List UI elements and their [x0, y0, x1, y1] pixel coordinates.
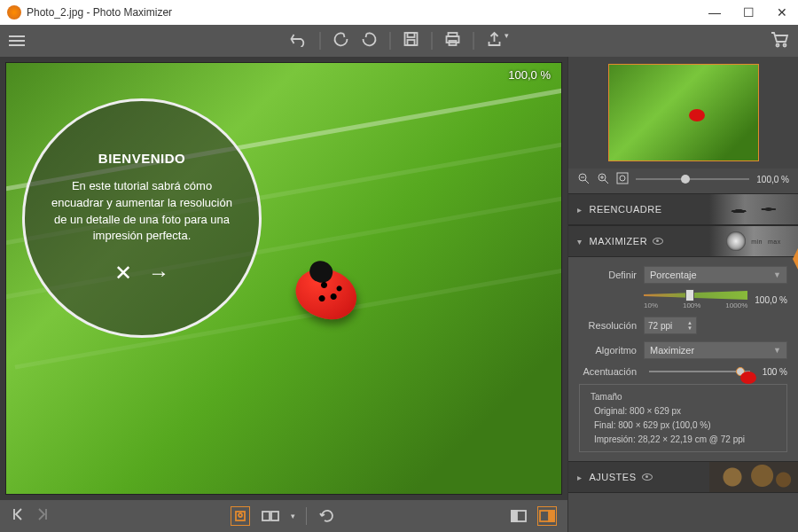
- maximizer-body: Definir Porcentaje ▼ 10% 100% 1000%: [568, 257, 798, 461]
- rotate-icon[interactable]: [317, 506, 337, 526]
- svg-rect-18: [617, 173, 628, 184]
- section-maximizer[interactable]: ▾ MAXIMIZER minmax: [568, 225, 798, 257]
- percent-slider[interactable]: 10% 100% 1000%: [644, 291, 747, 309]
- section-reencuadre[interactable]: ▸ REENCUADRE: [568, 193, 798, 225]
- section-title: MAXIMIZER: [590, 236, 648, 246]
- view-compare-icon[interactable]: [261, 506, 280, 526]
- divider: [306, 507, 307, 525]
- section-thumb: [709, 194, 798, 224]
- algorithm-label: Algoritmo: [579, 345, 637, 356]
- minimize-button[interactable]: —: [706, 5, 724, 20]
- chevron-down-icon: ▾: [577, 237, 583, 246]
- percent-value: 100,0 %: [755, 295, 787, 305]
- zoom-value: 100,0 %: [756, 175, 789, 184]
- svg-rect-11: [271, 512, 278, 520]
- view-dropdown-icon[interactable]: ▾: [291, 512, 295, 520]
- resolution-label: Resolución: [579, 320, 637, 331]
- chevron-down-icon: ▼: [773, 346, 781, 355]
- canvas-area[interactable]: 100,0 % BIENVENIDO En este tutorial sabr…: [5, 62, 562, 495]
- define-dropdown[interactable]: Porcentaje ▼: [644, 266, 787, 284]
- zoom-fit-icon[interactable]: [616, 172, 629, 186]
- toolbar: ▾: [0, 25, 798, 57]
- section-ajustes[interactable]: ▸ AJUSTES: [568, 461, 798, 493]
- side-panel: 100,0 % ▸ REENCUADRE ▾ MAXIMIZER minmax …: [567, 57, 798, 532]
- divider: [473, 32, 474, 50]
- section-title: REENCUADRE: [590, 204, 662, 215]
- share-icon[interactable]: ▾: [487, 31, 509, 51]
- size-final: Final: 800 × 629 px (100,0 %): [594, 420, 779, 430]
- section-thumb: [709, 462, 798, 492]
- svg-point-19: [620, 176, 625, 181]
- tutorial-next-icon[interactable]: →: [148, 261, 169, 286]
- define-label: Definir: [579, 270, 637, 280]
- svg-rect-2: [408, 40, 415, 45]
- undo-step-icon[interactable]: [333, 31, 349, 51]
- tutorial-close-icon[interactable]: ✕: [114, 261, 132, 286]
- divider: [390, 32, 391, 50]
- chevron-right-icon: ▸: [577, 205, 583, 215]
- accent-label: Acentuación: [579, 366, 637, 377]
- divider: [320, 32, 321, 50]
- section-thumb: minmax: [709, 226, 798, 256]
- chevron-right-icon: ▸: [577, 473, 583, 482]
- resolution-spinner[interactable]: 72 ppi ▲▼: [644, 317, 697, 334]
- app-icon: [7, 5, 21, 20]
- cart-icon[interactable]: [770, 30, 789, 51]
- save-icon[interactable]: [403, 31, 419, 51]
- menu-button[interactable]: [9, 35, 25, 46]
- layout-left-icon[interactable]: [509, 506, 528, 526]
- visibility-icon[interactable]: [653, 238, 663, 245]
- titlebar: Photo_2.jpg - Photo Maximizer — ☐ ✕: [0, 0, 798, 25]
- window-title: Photo_2.jpg - Photo Maximizer: [27, 6, 172, 19]
- layout-right-icon[interactable]: [537, 506, 557, 526]
- size-original: Original: 800 × 629 px: [594, 406, 779, 416]
- maximize-button[interactable]: ☐: [739, 5, 757, 20]
- bottom-toolbar: ▾: [0, 500, 567, 532]
- svg-point-6: [777, 44, 779, 47]
- next-image-icon[interactable]: [35, 507, 50, 525]
- zoom-label: 100,0 %: [508, 68, 551, 82]
- svg-rect-10: [262, 512, 270, 520]
- section-title: AJUSTES: [590, 472, 637, 482]
- prev-image-icon[interactable]: [11, 507, 25, 525]
- svg-point-7: [784, 44, 786, 47]
- zoom-in-icon[interactable]: [597, 172, 609, 186]
- svg-rect-1: [408, 33, 415, 37]
- view-single-icon[interactable]: [231, 506, 250, 526]
- tutorial-heading: BIENVENIDO: [98, 151, 185, 166]
- zoom-slider[interactable]: [636, 178, 749, 180]
- tutorial-body: En este tutorial sabrá cómo encuadrar y …: [51, 178, 232, 245]
- zoom-out-icon[interactable]: [577, 172, 590, 186]
- navigator-thumbnail[interactable]: [608, 64, 759, 161]
- tutorial-overlay: BIENVENIDO En este tutorial sabrá cómo e…: [22, 98, 262, 338]
- size-block: Tamaño Original: 800 × 629 px Final: 800…: [579, 384, 787, 452]
- divider: [432, 32, 433, 50]
- svg-point-9: [239, 513, 242, 517]
- accent-slider[interactable]: [649, 371, 750, 372]
- svg-rect-13: [512, 511, 517, 521]
- chevron-down-icon: ▼: [773, 270, 781, 279]
- print-icon[interactable]: [445, 31, 461, 51]
- undo-icon[interactable]: [290, 31, 308, 51]
- window-controls: — ☐ ✕: [706, 5, 791, 20]
- accent-value: 100 %: [763, 367, 787, 377]
- close-button[interactable]: ✕: [773, 5, 791, 20]
- visibility-icon[interactable]: [642, 473, 653, 481]
- algorithm-dropdown[interactable]: Maximizer ▼: [644, 341, 787, 359]
- svg-rect-15: [549, 511, 554, 521]
- redo-step-icon[interactable]: [362, 31, 378, 51]
- size-print: Impresión: 28,22 × 22,19 cm @ 72 ppi: [594, 434, 779, 444]
